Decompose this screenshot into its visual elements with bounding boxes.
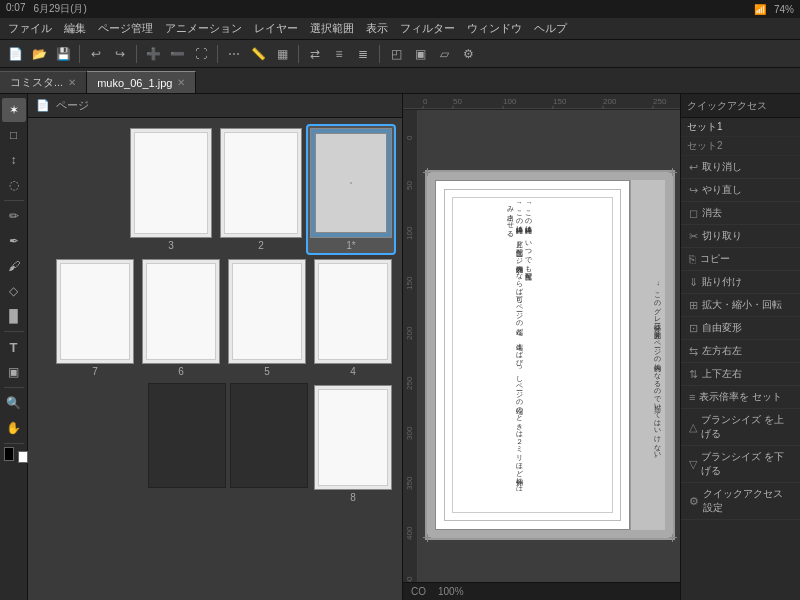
page-num-2: 2 bbox=[258, 240, 264, 251]
right-btn-undo[interactable]: ↩ 取り消し bbox=[681, 156, 800, 179]
right-btn-cut[interactable]: ✂ 切り取り bbox=[681, 225, 800, 248]
free-transform-label: 自由変形 bbox=[702, 321, 742, 335]
page-thumb-2[interactable]: 2 bbox=[218, 126, 304, 253]
right-btn-brush-size-up[interactable]: △ ブランシイズ を上げる bbox=[681, 409, 800, 446]
toolbar-distribute[interactable]: ≣ bbox=[352, 43, 374, 65]
toolbar-zoom-in[interactable]: ➕ bbox=[142, 43, 164, 65]
toolbar-save[interactable]: 💾 bbox=[52, 43, 74, 65]
page-annotation-body: ↑この枠線内は、見ど配置ページ内側以外、ならば可）しページの端ど、端まばびっしペ… bbox=[507, 201, 523, 489]
tab-comista-close[interactable]: ✕ bbox=[68, 77, 76, 88]
menu-selection[interactable]: 選択範囲 bbox=[310, 21, 354, 36]
tool-lasso[interactable]: ◌ bbox=[2, 173, 26, 197]
page-thumb-4[interactable]: 4 bbox=[312, 257, 394, 379]
toolbar: 📄 📂 💾 ↩ ↪ ➕ ➖ ⛶ ⋯ 📏 ▦ ⇄ ≡ ≣ ◰ ▣ ▱ ⚙ bbox=[0, 40, 800, 68]
right-btn-clear[interactable]: ◻ 消去 bbox=[681, 202, 800, 225]
page-thumb-1[interactable]: 1* bbox=[308, 126, 394, 253]
flip-h-label: 左方右左 bbox=[702, 344, 742, 358]
brush-down-label: ブランシイズ を下げる bbox=[701, 450, 792, 478]
brush-up-icon: △ bbox=[689, 421, 697, 434]
flip-v-label: 上下左右 bbox=[702, 367, 742, 381]
page-thumb-8[interactable]: 8 bbox=[312, 383, 394, 505]
svg-text:150: 150 bbox=[405, 276, 414, 290]
toolbar-raster[interactable]: ▣ bbox=[409, 43, 431, 65]
tool-shape[interactable]: ▣ bbox=[2, 360, 26, 384]
right-panel: クイックアクセス セット1 セット2 ↩ 取り消し ↪ やり直し ◻ 消去 ✂ … bbox=[680, 94, 800, 600]
tool-ink[interactable]: ✒ bbox=[2, 229, 26, 253]
tab-comista-label: コミスタ... bbox=[10, 75, 63, 90]
right-btn-copy[interactable]: ⎘ コピー bbox=[681, 248, 800, 271]
tool-eraser[interactable]: ◇ bbox=[2, 279, 26, 303]
toolbar-interpolate[interactable]: ◰ bbox=[385, 43, 407, 65]
menu-filter[interactable]: フィルター bbox=[400, 21, 455, 36]
toolbar-grid[interactable]: ⋯ bbox=[223, 43, 245, 65]
page-thumb-3[interactable]: 3 bbox=[128, 126, 214, 253]
toolbar-fit[interactable]: ⛶ bbox=[190, 43, 212, 65]
status-coords: CO bbox=[411, 586, 426, 597]
toolbar-transform[interactable]: ⇄ bbox=[304, 43, 326, 65]
main-content: ✶ □ ↕ ◌ ✏ ✒ 🖌 ◇ █ T ▣ 🔍 ✋ 📄 ページ bbox=[0, 94, 800, 600]
right-btn-paste[interactable]: ⇓ 貼り付け bbox=[681, 271, 800, 294]
right-btn-redo[interactable]: ↪ やり直し bbox=[681, 179, 800, 202]
menu-window[interactable]: ウィンドウ bbox=[467, 21, 522, 36]
tool-fill[interactable]: █ bbox=[2, 304, 26, 328]
menu-animation[interactable]: アニメーション bbox=[165, 21, 242, 36]
toolbar-align[interactable]: ≡ bbox=[328, 43, 350, 65]
page-num-3: 3 bbox=[168, 240, 174, 251]
tool-rect-select[interactable]: □ bbox=[2, 123, 26, 147]
tool-pen[interactable]: ✏ bbox=[2, 204, 26, 228]
toolbar-zoom-out[interactable]: ➖ bbox=[166, 43, 188, 65]
canvas-area[interactable]: // ruler ticks 0 50 100 150 200 250 300 … bbox=[403, 94, 680, 600]
right-btn-brush-size-down[interactable]: ▽ ブランシイズ を下げる bbox=[681, 446, 800, 483]
toolbar-sep-2 bbox=[136, 45, 137, 63]
toolbar-ruler[interactable]: 📏 bbox=[247, 43, 269, 65]
right-btn-free-transform[interactable]: ⊡ 自由変形 bbox=[681, 317, 800, 340]
page-thumb-7[interactable]: 7 bbox=[54, 257, 136, 379]
toolbar-undo[interactable]: ↩ bbox=[85, 43, 107, 65]
toolbar-open[interactable]: 📂 bbox=[28, 43, 50, 65]
document-page: ↑この枠線内は、いつでも配置可 ↑この枠線内は、見ど配置ページ内側以外、ならば可… bbox=[435, 180, 665, 530]
cut-icon: ✂ bbox=[689, 230, 698, 243]
right-panel-set1[interactable]: セット1 bbox=[681, 118, 800, 137]
tab-comista[interactable]: コミスタ... ✕ bbox=[0, 71, 87, 93]
tool-sep-3 bbox=[4, 387, 24, 388]
toolbar-new[interactable]: 📄 bbox=[4, 43, 26, 65]
tool-text[interactable]: T bbox=[2, 335, 26, 359]
toolbar-redo[interactable]: ↪ bbox=[109, 43, 131, 65]
toolbar-settings[interactable]: ⚙ bbox=[457, 43, 479, 65]
menu-view[interactable]: 表示 bbox=[366, 21, 388, 36]
paste-icon: ⇓ bbox=[689, 276, 698, 289]
tool-move[interactable]: ↕ bbox=[2, 148, 26, 172]
svg-text:150: 150 bbox=[553, 97, 567, 106]
svg-text:50: 50 bbox=[405, 181, 414, 190]
crop-mark-br-v bbox=[672, 534, 673, 542]
page-thumb-5[interactable]: 5 bbox=[226, 257, 308, 379]
menu-page-mgmt[interactable]: ページ管理 bbox=[98, 21, 153, 36]
tab-muko[interactable]: muko_06_1.jpg ✕ bbox=[87, 71, 196, 93]
tool-zoom[interactable]: 🔍 bbox=[2, 391, 26, 415]
menu-layer[interactable]: レイヤー bbox=[254, 21, 298, 36]
page-thumb-6[interactable]: 6 bbox=[140, 257, 222, 379]
toolbar-sep-3 bbox=[217, 45, 218, 63]
tool-brush[interactable]: 🖌 bbox=[2, 254, 26, 278]
color-foreground[interactable] bbox=[4, 447, 24, 465]
svg-text:300: 300 bbox=[405, 426, 414, 440]
tab-muko-close[interactable]: ✕ bbox=[177, 77, 185, 88]
tool-select[interactable]: ✶ bbox=[2, 98, 26, 122]
right-btn-zoom-set[interactable]: ≡ 表示倍率を セット bbox=[681, 386, 800, 409]
toolbar-3d[interactable]: ▱ bbox=[433, 43, 455, 65]
canvas-content[interactable]: ↑この枠線内は、いつでも配置可 ↑この枠線内は、見ど配置ページ内側以外、ならば可… bbox=[419, 110, 680, 600]
menu-file[interactable]: ファイル bbox=[8, 21, 52, 36]
crop-mark-bl-v bbox=[427, 534, 428, 542]
right-btn-flip-v[interactable]: ⇅ 上下左右 bbox=[681, 363, 800, 386]
page-row-3: 8 bbox=[36, 383, 394, 505]
page-white: ↑この枠線内は、いつでも配置可 ↑この枠線内は、見ど配置ページ内側以外、ならば可… bbox=[435, 180, 630, 530]
right-btn-transform[interactable]: ⊞ 拡大・縮小・回転 bbox=[681, 294, 800, 317]
pages-grid: 3 2 1* bbox=[28, 118, 402, 600]
right-panel-set2[interactable]: セット2 bbox=[681, 137, 800, 156]
menu-help[interactable]: ヘルプ bbox=[534, 21, 567, 36]
tool-hand[interactable]: ✋ bbox=[2, 416, 26, 440]
right-btn-quick-access-settings[interactable]: ⚙ クイックアクセス設定 bbox=[681, 483, 800, 520]
right-btn-flip-h[interactable]: ⇆ 左方右左 bbox=[681, 340, 800, 363]
toolbar-snap[interactable]: ▦ bbox=[271, 43, 293, 65]
menu-edit[interactable]: 編集 bbox=[64, 21, 86, 36]
